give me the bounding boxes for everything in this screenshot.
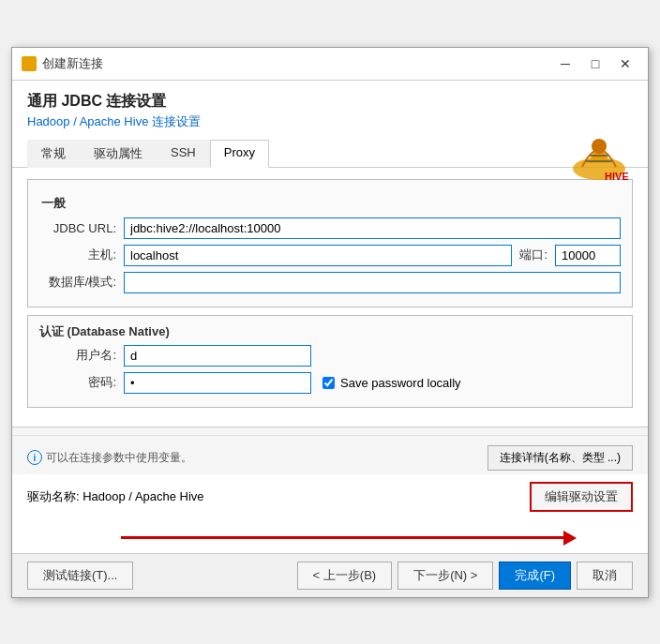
bottom-info: i 可以在连接参数中使用变量。 连接详情(名称、类型 ...) [12, 435, 648, 474]
minimize-button[interactable]: ─ [552, 53, 578, 74]
auth-section: 认证 (Database Native) 用户名: 密码: Save passw… [27, 315, 633, 408]
title-bar: 创建新连接 ─ □ ✕ [12, 48, 648, 81]
save-password-row: Save password locally [322, 376, 461, 390]
general-section: 一般 JDBC URL: 主机: 端口: [27, 179, 633, 307]
finish-button[interactable]: 完成(F) [499, 562, 571, 590]
conn-details-button[interactable]: 连接详情(名称、类型 ...) [488, 445, 633, 471]
driver-name: 驱动名称: Hadoop / Apache Hive [27, 488, 204, 505]
footer-right: < 上一步(B) 下一步(N) > 完成(F) 取消 [297, 562, 633, 590]
tab-driver[interactable]: 驱动属性 [80, 140, 157, 168]
footer-left: 测试链接(T)... [27, 562, 133, 590]
svg-text:HIVE: HIVE [605, 171, 629, 182]
edit-driver-button[interactable]: 编辑驱动设置 [530, 482, 633, 512]
driver-area: 驱动名称: Hadoop / Apache Hive 编辑驱动设置 [12, 474, 648, 553]
jdbc-row: JDBC URL: [39, 217, 621, 239]
close-button[interactable]: ✕ [612, 53, 638, 74]
hive-logo: HIVE [569, 127, 629, 185]
port-label: 端口: [519, 247, 548, 263]
arrow-line [121, 536, 563, 539]
title-controls: ─ □ ✕ [552, 53, 638, 74]
footer-buttons: 测试链接(T)... < 上一步(B) 下一步(N) > 完成(F) 取消 [12, 553, 648, 597]
save-password-label: Save password locally [340, 376, 461, 390]
db-label: 数据库/模式: [39, 274, 124, 291]
db-row: 数据库/模式: [39, 272, 621, 293]
jdbc-input[interactable] [124, 217, 621, 239]
cancel-button[interactable]: 取消 [577, 562, 633, 590]
main-window: 创建新连接 ─ □ ✕ HIVE 通用 JDBC 连接设置 Hadoop / A… [11, 47, 649, 598]
title-bar-left: 创建新连接 [22, 55, 103, 72]
maximize-button[interactable]: □ [582, 53, 608, 74]
username-input[interactable] [124, 345, 311, 367]
svg-point-1 [592, 139, 607, 154]
port-input[interactable] [555, 245, 621, 266]
password-input[interactable] [124, 372, 311, 394]
host-label: 主机: [39, 247, 124, 263]
driver-row: 驱动名称: Hadoop / Apache Hive 编辑驱动设置 [27, 478, 633, 516]
window-icon [22, 56, 37, 71]
tab-bar: 常规 驱动属性 SSH Proxy [12, 140, 648, 168]
header-area: 通用 JDBC 连接设置 Hadoop / Apache Hive 连接设置 常… [12, 81, 648, 427]
host-input[interactable] [124, 245, 512, 266]
section-general-label: 一般 [39, 195, 621, 212]
tab-ssh[interactable]: SSH [157, 140, 210, 168]
arrow-area [27, 516, 633, 549]
username-row: 用户名: [39, 345, 621, 367]
password-row: 密码: Save password locally [39, 372, 621, 394]
tab-general[interactable]: 常规 [27, 140, 80, 168]
host-row: 主机: 端口: [39, 245, 621, 266]
tab-proxy[interactable]: Proxy [210, 140, 269, 168]
save-password-checkbox[interactable] [322, 377, 335, 389]
jdbc-label: JDBC URL: [39, 221, 124, 235]
info-icon: i [27, 450, 42, 465]
page-subtitle: Hadoop / Apache Hive 连接设置 [27, 113, 633, 130]
db-input[interactable] [124, 272, 621, 293]
bottom-info-left: i 可以在连接参数中使用变量。 [27, 450, 192, 466]
form-area: 一般 JDBC URL: 主机: 端口: [27, 168, 633, 408]
test-connection-button[interactable]: 测试链接(T)... [27, 562, 133, 590]
window-title: 创建新连接 [42, 55, 103, 72]
auth-title: 认证 (Database Native) [39, 323, 621, 340]
user-label: 用户名: [39, 347, 124, 364]
next-button[interactable]: 下一步(N) > [398, 562, 493, 590]
arrow-head [563, 531, 577, 546]
host-port-container: 端口: [124, 245, 621, 266]
content-wrapper: HIVE 通用 JDBC 连接设置 Hadoop / Apache Hive 连… [12, 81, 648, 597]
page-title: 通用 JDBC 连接设置 [27, 92, 633, 112]
prev-button[interactable]: < 上一步(B) [297, 562, 393, 590]
pwd-label: 密码: [39, 374, 124, 391]
red-arrow [121, 531, 577, 546]
info-text: 可以在连接参数中使用变量。 [46, 450, 192, 466]
